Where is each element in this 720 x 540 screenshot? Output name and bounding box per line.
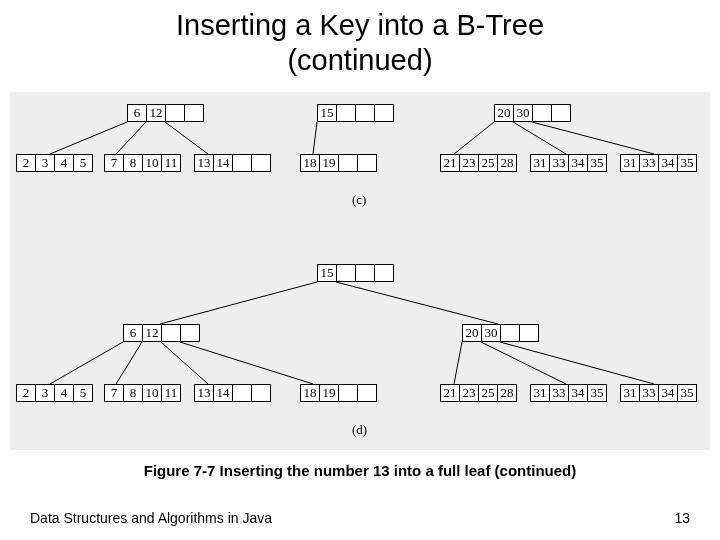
cell: 19 — [319, 154, 339, 172]
tree-c-leaf-6: 31 33 34 35 — [530, 154, 607, 172]
sublabel-d: (d) — [352, 422, 367, 438]
cell — [357, 384, 377, 402]
cell: 8 — [123, 154, 143, 172]
cell: 15 — [317, 264, 337, 282]
cell — [180, 324, 200, 342]
cell: 34 — [568, 384, 588, 402]
tree-c-leaf-3: 13 14 — [194, 154, 271, 172]
tree-d-leaf-5: 21 23 25 28 — [440, 384, 517, 402]
cell: 31 — [620, 154, 640, 172]
cell: 33 — [639, 384, 659, 402]
cell: 18 — [300, 384, 320, 402]
cell — [338, 384, 358, 402]
cell — [336, 104, 356, 122]
cell: 28 — [497, 154, 517, 172]
cell: 28 — [497, 384, 517, 402]
cell — [357, 154, 377, 172]
tree-d-leaf-7: 31 33 34 35 — [620, 384, 697, 402]
svg-line-11 — [161, 342, 208, 384]
cell: 12 — [142, 324, 162, 342]
figure-area: 6 12 15 20 30 2 3 4 5 7 8 10 11 13 14 18… — [10, 92, 710, 450]
cell — [355, 264, 375, 282]
svg-line-9 — [50, 342, 123, 384]
cell: 25 — [478, 384, 498, 402]
cell: 7 — [104, 384, 124, 402]
cell — [251, 154, 271, 172]
cell: 3 — [35, 154, 55, 172]
tree-c-node-20-30: 20 30 — [494, 104, 571, 122]
cell: 5 — [73, 154, 93, 172]
svg-line-5 — [513, 122, 566, 154]
svg-line-14 — [481, 342, 566, 384]
cell — [232, 384, 252, 402]
tree-c-node-6-12: 6 12 — [127, 104, 204, 122]
cell — [551, 104, 571, 122]
cell: 6 — [123, 324, 143, 342]
cell: 30 — [481, 324, 501, 342]
cell: 34 — [658, 384, 678, 402]
cell: 14 — [213, 154, 233, 172]
tree-c-leaf-2: 7 8 10 11 — [104, 154, 181, 172]
cell: 18 — [300, 154, 320, 172]
page-title: Inserting a Key into a B-Tree (continued… — [0, 0, 720, 78]
cell: 2 — [16, 384, 36, 402]
cell — [532, 104, 552, 122]
cell — [184, 104, 204, 122]
cell: 31 — [530, 154, 550, 172]
svg-line-3 — [313, 122, 317, 154]
sublabel-c: (c) — [352, 192, 366, 208]
cell — [355, 104, 375, 122]
tree-d-leaf-2: 7 8 10 11 — [104, 384, 181, 402]
cell: 31 — [530, 384, 550, 402]
svg-line-8 — [336, 282, 498, 324]
tree-d-node-6-12: 6 12 — [123, 324, 200, 342]
cell: 31 — [620, 384, 640, 402]
tree-c-node-15: 15 — [317, 104, 394, 122]
tree-d-leaf-4: 18 19 — [300, 384, 377, 402]
cell — [336, 264, 356, 282]
cell: 23 — [459, 384, 479, 402]
cell: 4 — [54, 384, 74, 402]
svg-line-2 — [165, 122, 208, 154]
cell: 11 — [161, 154, 181, 172]
tree-d-root: 15 — [317, 264, 394, 282]
tree-c-leaf-1: 2 3 4 5 — [16, 154, 93, 172]
cell: 14 — [213, 384, 233, 402]
svg-line-1 — [116, 122, 146, 154]
footer-page-number: 13 — [674, 510, 690, 526]
tree-c-leaf-4: 18 19 — [300, 154, 377, 172]
svg-line-0 — [50, 122, 127, 154]
cell: 13 — [194, 384, 214, 402]
cell: 15 — [317, 104, 337, 122]
cell: 33 — [549, 384, 569, 402]
cell: 35 — [587, 384, 607, 402]
cell — [519, 324, 539, 342]
cell: 20 — [462, 324, 482, 342]
cell — [251, 384, 271, 402]
svg-line-6 — [532, 122, 654, 154]
cell — [374, 264, 394, 282]
cell: 10 — [142, 384, 162, 402]
cell: 35 — [677, 154, 697, 172]
cell: 23 — [459, 154, 479, 172]
cell: 5 — [73, 384, 93, 402]
cell: 8 — [123, 384, 143, 402]
cell: 33 — [639, 154, 659, 172]
cell — [165, 104, 185, 122]
cell: 35 — [587, 154, 607, 172]
cell: 20 — [494, 104, 514, 122]
cell — [374, 104, 394, 122]
cell: 12 — [146, 104, 166, 122]
tree-d-node-20-30: 20 30 — [462, 324, 539, 342]
cell: 30 — [513, 104, 533, 122]
cell: 21 — [440, 154, 460, 172]
cell — [338, 154, 358, 172]
tree-d-leaf-6: 31 33 34 35 — [530, 384, 607, 402]
cell: 13 — [194, 154, 214, 172]
cell: 3 — [35, 384, 55, 402]
title-line-1: Inserting a Key into a B-Tree — [176, 9, 544, 41]
footer-book-title: Data Structures and Algorithms in Java — [30, 510, 272, 526]
svg-line-7 — [160, 282, 317, 324]
cell: 33 — [549, 154, 569, 172]
tree-d-leaf-1: 2 3 4 5 — [16, 384, 93, 402]
